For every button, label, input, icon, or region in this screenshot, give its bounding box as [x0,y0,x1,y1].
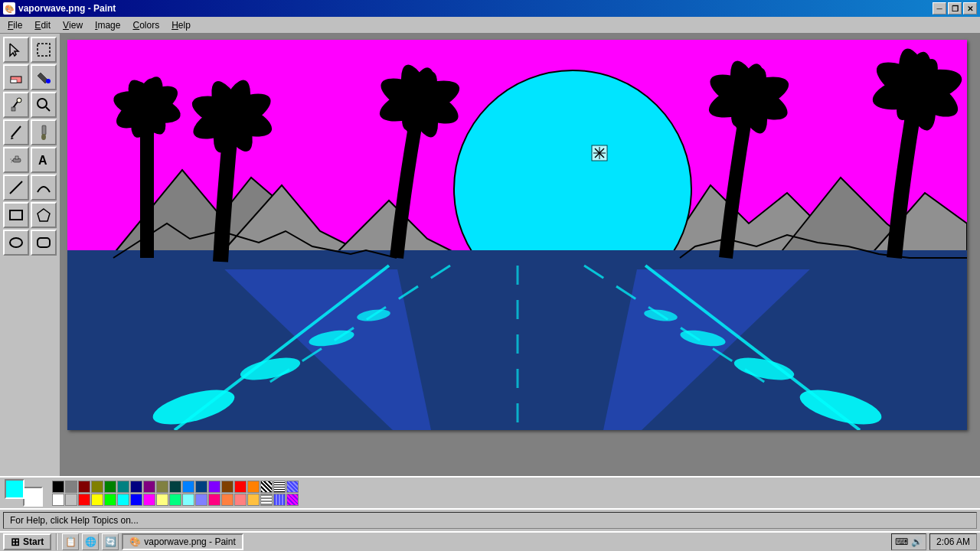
tool-free-select[interactable] [3,37,29,63]
swatch-light-yellow[interactable] [156,494,168,506]
background-color[interactable] [23,487,43,507]
swatch-hatch4[interactable] [260,494,273,506]
svg-rect-14 [15,156,18,159]
tool-rectangle[interactable] [3,202,29,228]
taskbar-app-button[interactable]: 🎨 vaporwave.png - Paint [122,533,243,550]
svg-point-12 [41,134,46,140]
swatch-gray[interactable] [65,481,77,493]
close-button[interactable]: ✕ [963,2,977,15]
svg-marker-21 [38,209,50,221]
tool-eyedropper[interactable] [3,92,29,118]
swatch-sky-blue[interactable] [182,481,194,493]
menu-help[interactable]: Help [165,17,197,33]
menu-edit[interactable]: Edit [28,17,57,33]
svg-point-7 [38,99,47,108]
swatch-purple[interactable] [143,481,155,493]
swatch-olive[interactable] [91,481,103,493]
svg-rect-20 [10,210,22,220]
tool-text[interactable]: A [31,147,57,173]
active-colors [5,479,43,507]
swatch-brown[interactable] [221,481,234,493]
swatch-yellow[interactable] [91,494,103,506]
swatch-navy[interactable] [130,481,142,493]
taskbar: ⊞ Start 📋 🌐 🔄 🎨 vaporwave.png - Paint ⌨ … [0,531,980,551]
swatch-dark-teal[interactable] [169,481,181,493]
restore-button[interactable]: ❐ [948,2,962,15]
swatch-teal[interactable] [117,481,129,493]
windows-logo: ⊞ [11,536,20,548]
swatch-black[interactable] [52,481,64,493]
taskbar-app-label: vaporwave.png - Paint [144,536,235,547]
swatch-hatch5[interactable] [273,494,286,506]
menu-view[interactable]: View [57,17,89,33]
swatch-hatch2[interactable] [273,481,286,493]
foreground-color[interactable] [5,479,24,499]
swatch-bright-red[interactable] [78,494,90,506]
svg-rect-2 [11,80,17,83]
quick-launch-2[interactable]: 🌐 [82,533,99,550]
swatch-silver[interactable] [65,494,77,506]
swatch-dark-blue[interactable] [195,481,207,493]
swatch-magenta[interactable] [143,494,155,506]
tool-line[interactable] [3,174,29,201]
tool-fill[interactable] [31,64,57,90]
swatch-hatch3[interactable] [286,481,299,493]
tool-pencil[interactable] [3,119,29,145]
tray-icon-2[interactable]: 🔊 [911,536,923,547]
swatch-dark-red[interactable] [78,481,90,493]
tool-brush[interactable] [31,119,57,145]
swatch-gold[interactable] [247,494,260,506]
tray-icon-1[interactable]: ⌨ [895,536,908,547]
swatch-peach[interactable] [221,494,234,506]
swatch-hatch6[interactable] [286,494,299,506]
taskbar-right: ⌨ 🔊 2:06 AM [891,533,977,550]
color-bar [0,476,980,508]
swatch-light-cyan[interactable] [182,494,194,506]
system-tray: ⌨ 🔊 [891,533,926,550]
menu-file[interactable]: File [2,17,28,33]
tool-polygon[interactable] [31,202,57,228]
svg-point-6 [17,98,21,103]
color-palette [52,481,299,506]
palette-row-1 [52,481,299,493]
svg-point-3 [46,79,51,83]
taskbar-separator [56,533,57,550]
swatch-violet[interactable] [208,481,220,493]
swatch-pink[interactable] [208,494,220,506]
quick-launch-1[interactable]: 📋 [62,533,79,550]
menu-image[interactable]: Image [89,17,126,33]
swatch-white[interactable] [52,494,64,506]
tool-magnifier[interactable] [31,92,57,118]
svg-marker-10 [11,137,14,139]
swatch-light-blue[interactable] [195,494,207,506]
svg-rect-0 [38,44,50,56]
swatch-dark-green[interactable] [104,481,116,493]
title-bar-left: 🎨 vaporwave.png - Paint [3,2,116,15]
swatch-hatch1[interactable] [260,481,273,493]
tool-airbrush[interactable] [3,147,29,173]
tool-curve[interactable] [31,174,57,201]
tool-rounded-rect[interactable] [31,230,57,256]
swatch-light-pink[interactable] [234,494,247,506]
swatch-cyan[interactable] [117,494,129,506]
tool-eraser[interactable] [3,64,29,90]
status-bar: For Help, click Help Topics on... [0,508,980,531]
swatch-blue[interactable] [130,494,142,506]
quick-launch-3[interactable]: 🔄 [102,533,119,550]
swatch-orange[interactable] [247,481,260,493]
svg-line-9 [11,126,21,137]
menu-colors[interactable]: Colors [126,17,165,33]
title-bar: 🎨 vaporwave.png - Paint ─ ❐ ✕ [0,0,980,17]
swatch-light-green[interactable] [169,494,181,506]
paint-canvas[interactable] [67,40,967,430]
tool-ellipse[interactable] [3,230,29,256]
start-button[interactable]: ⊞ Start [3,533,51,550]
swatch-red[interactable] [234,481,247,493]
clock[interactable]: 2:06 AM [929,533,977,550]
swatch-lime[interactable] [104,494,116,506]
canvas-area[interactable] [61,34,980,476]
svg-rect-23 [38,238,50,247]
swatch-olive-yellow[interactable] [156,481,168,493]
minimize-button[interactable]: ─ [933,2,946,15]
tool-rect-select[interactable] [31,37,57,63]
